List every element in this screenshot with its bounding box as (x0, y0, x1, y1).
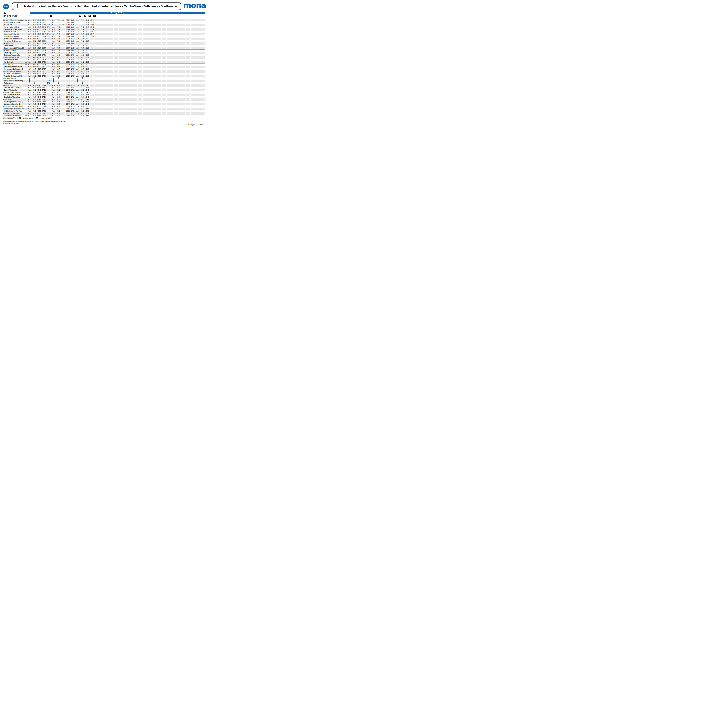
time-cell (61, 70, 65, 73)
time-cell: 07.50 (56, 38, 61, 40)
skip-squiggle-icon (37, 80, 41, 82)
time-cell (123, 35, 128, 38)
time-cell (138, 93, 142, 96)
time-cell (157, 59, 162, 61)
time-cell (147, 73, 152, 75)
stop-tag (24, 82, 27, 84)
stop-tag (24, 84, 27, 87)
time-cell: 06.13 (32, 91, 37, 93)
time-cell (95, 49, 99, 52)
row-cells: 05.4106.1106.4107.1107.4108.1116.4117.11… (27, 87, 205, 89)
time-cell (95, 28, 99, 31)
time-cell (167, 35, 171, 38)
time-cell (119, 49, 123, 52)
time-cell (114, 52, 118, 54)
time-cell (147, 84, 152, 87)
timetable-page: BUS 1 Halde Nord - Auf der Halde - Zentr… (0, 0, 206, 145)
table-row: - Bahnhofstr./Hochschule 05.3106.0106.31… (3, 57, 205, 59)
time-cell (114, 59, 118, 61)
holiday-marker: HS (36, 117, 38, 119)
time-cell (171, 38, 176, 40)
time-cell (46, 93, 51, 96)
time-cell (142, 31, 147, 33)
time-cell (119, 45, 123, 47)
time-cell (128, 21, 133, 24)
time-cell: 06.58 (42, 49, 46, 52)
time-cell (114, 96, 118, 98)
time-cell: 06.31 (37, 57, 41, 59)
time-cell (95, 105, 99, 108)
time-cell (123, 73, 128, 75)
time-cell (61, 87, 65, 89)
time-cell: 06.53 (42, 42, 46, 45)
time-cell (61, 63, 65, 66)
time-cell: 17.52 (75, 110, 80, 112)
time-cell (104, 38, 109, 40)
time-cell (186, 115, 190, 117)
time-cell (61, 38, 65, 40)
time-cell (186, 77, 190, 80)
time-cell: 17.51 (75, 108, 80, 110)
time-cell (90, 54, 94, 57)
time-cell (147, 38, 152, 40)
skip-squiggle-icon (85, 80, 89, 82)
time-cell: 06.05 (32, 63, 37, 66)
time-cell (191, 26, 195, 28)
time-cell (114, 35, 118, 38)
time-cell: 16.12 (66, 21, 70, 24)
time-cell (114, 57, 118, 59)
time-cell: 17.11 (75, 19, 80, 21)
time-cell (61, 75, 65, 77)
time-cell (138, 101, 142, 103)
time-cell (200, 38, 205, 40)
time-cell (167, 70, 171, 73)
time-cell (104, 66, 109, 68)
time-cell (99, 105, 104, 108)
time-cell (133, 89, 138, 91)
time-cell: 05.16 (27, 28, 32, 31)
skip-squiggle-icon (46, 45, 51, 47)
time-cell (171, 110, 176, 112)
time-cell (162, 28, 166, 31)
time-cell (104, 77, 109, 80)
table-row: - Bahnhofstr./Denkfabrik 05.3206.0206.32… (3, 59, 205, 61)
time-cell (99, 84, 104, 87)
time-cell (186, 70, 190, 73)
time-cell (191, 84, 195, 87)
time-cell: 17.18 (75, 35, 80, 38)
skip-squiggle-icon (66, 80, 70, 82)
time-cell: 17.58 (80, 49, 84, 52)
time-cell (61, 112, 65, 115)
time-cell (104, 28, 109, 31)
stop-tag (24, 96, 27, 98)
time-cell (123, 103, 128, 105)
time-cell (128, 68, 133, 70)
time-cell: 17.05 (70, 63, 75, 66)
stop-tag (24, 52, 27, 54)
time-cell: 07.19 (42, 103, 46, 105)
station-name: - Bahnhofstr./Denkfabrik (3, 59, 24, 61)
time-cell: 16.49 (66, 103, 70, 105)
time-cell (128, 70, 133, 73)
time-cell (104, 105, 109, 108)
time-cell (128, 31, 133, 33)
time-cell (186, 96, 190, 98)
time-cell (162, 96, 166, 98)
time-cell: 06.37 (37, 68, 41, 70)
time-cell (119, 93, 123, 96)
time-cell (119, 63, 123, 66)
time-cell (200, 42, 205, 45)
time-cell: 18.08 (80, 75, 84, 77)
time-cell (171, 66, 176, 68)
time-cell (196, 63, 200, 66)
time-cell (157, 57, 162, 59)
time-cell: 16.30 (66, 54, 70, 57)
time-cell (200, 110, 205, 112)
stop-tag (24, 110, 27, 112)
time-cell: 17.25 (75, 45, 80, 47)
time-cell (171, 89, 176, 91)
skip-squiggle-icon (37, 77, 41, 80)
time-cell: 05.52 (27, 112, 32, 115)
time-cell (181, 35, 185, 38)
time-cell (138, 108, 142, 110)
